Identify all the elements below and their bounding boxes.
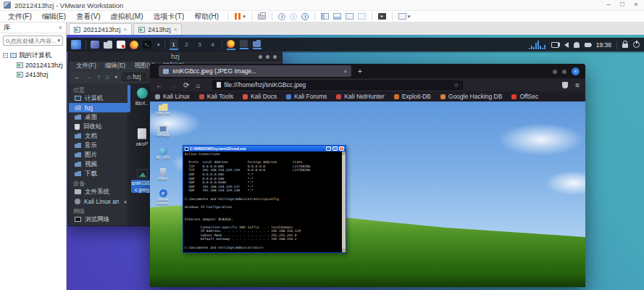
show-desktop-icon[interactable] [91,41,99,49]
kali-menu-icon[interactable] [71,40,81,49]
bookmark-kali-forums[interactable]: Kali Forums [286,93,327,100]
place-documents[interactable]: 文档 [69,131,130,141]
tree-my-computer[interactable]: − 我的计算机 [0,51,66,60]
internet-explorer-icon: e [159,189,167,197]
workspace-2[interactable]: 2 [183,39,191,50]
toolbar-separator [314,12,315,20]
taskbar-file-manager[interactable] [253,40,262,49]
place-music[interactable]: 音乐 [69,141,130,150]
place-home-hzj[interactable]: hzj [69,103,130,112]
power-icon[interactable] [633,41,640,48]
tree-expander-icon[interactable]: − [3,53,8,58]
place-pictures[interactable]: 图片 [69,150,130,160]
bookmark-kali-linux[interactable]: Kali Linux [155,93,190,100]
bookmark-kali-nethunter[interactable]: Kali NetHunter [336,93,384,100]
fm-menu-file[interactable]: 文件(F) [72,62,101,70]
tree-vm-20212413hzj[interactable]: 20212413hzj [0,60,66,70]
search-dropdown-icon[interactable]: ▾ [57,38,60,44]
firefox-minimize-button[interactable] [553,70,557,74]
home-icon[interactable]: ⌂ [196,81,200,89]
show-console-view-icon[interactable] [333,13,341,20]
device-filesystem[interactable]: 文件系统 [69,187,130,196]
firefox-tab[interactable]: sniKGBcc.jpeg (JPEG Image... × [159,65,351,77]
show-library-icon[interactable] [321,13,329,20]
fm-back-icon[interactable]: ← [74,73,80,80]
close-tab-icon[interactable]: × [343,68,347,75]
bookmark-kali-docs[interactable]: Kali Docs [243,93,277,100]
workspace-3[interactable]: 3 [196,39,204,50]
place-desktop[interactable]: 桌面 [69,112,130,122]
close-tab-icon[interactable]: × [174,26,177,33]
bookmark-offsec[interactable]: OffSec [511,93,538,100]
xp-icon-internet-explorer: e Internet Explorer [152,189,174,205]
close-library-icon[interactable]: × [59,24,62,31]
place-computer[interactable]: 计算机 [69,94,130,103]
stretch-guest-icon[interactable]: ▾ [398,13,411,20]
place-trash[interactable]: 回收站 [69,122,130,131]
new-tab-button[interactable]: + [358,67,362,75]
vm-tab-2413hzj[interactable]: 2413hzj × [133,23,182,35]
volume-tray-icon[interactable] [564,42,569,48]
extensions-icon[interactable] [562,82,568,88]
fm-home-icon[interactable]: ⌂ [106,73,109,80]
notifications-tray-icon[interactable] [574,42,580,48]
suspend-vm-button[interactable]: ▾ [234,13,246,20]
fullscreen-icon[interactable] [346,13,354,20]
terminal-launcher-icon[interactable]: >_ [143,41,151,49]
library-search[interactable]: ▾ [3,36,63,46]
fm-up-icon[interactable]: ↑ [97,73,101,80]
firefox-close-button[interactable]: × [572,67,580,75]
lock-screen-icon[interactable] [622,44,628,48]
forward-icon[interactable]: → [170,81,177,89]
text-editor-launcher-icon[interactable] [117,41,125,49]
fm-places-scrollbar[interactable] [127,83,130,225]
back-icon[interactable]: ← [156,81,163,89]
vm-tab-20212413hzj[interactable]: 20212413hzj × [69,23,132,35]
device-kali-iso[interactable]: Kali Linux am...▲ [69,196,130,206]
workspace-4[interactable]: 4 [209,39,217,50]
taskbar-firefox[interactable] [227,40,235,50]
url-text[interactable]: file:///home/hzj/sniKGBcc.jpeg [224,81,451,88]
hamburger-menu-icon[interactable]: ≡ [575,81,580,89]
minimize-button[interactable]: – [602,1,615,8]
revert-snapshot-icon[interactable] [290,13,297,20]
bookmark-exploit-db[interactable]: Exploit-DB [394,93,431,100]
menu-file[interactable]: 文件(F) [3,12,37,22]
place-videos[interactable]: 视频 [69,160,130,169]
place-downloads[interactable]: 下载 [69,169,130,178]
menu-view[interactable]: 查看(V) [71,12,105,22]
menu-edit[interactable]: 编辑(E) [37,12,71,22]
url-bar[interactable]: file:///home/hzj/sniKGBcc.jpeg ☆ [212,80,463,90]
take-snapshot-icon[interactable] [278,13,285,20]
taskbar-image-viewer[interactable] [240,40,248,49]
tree-vm-2413hzj[interactable]: 2413hzj [0,70,66,79]
menu-tabs[interactable]: 选项卡(T) [148,12,189,22]
close-tab-icon[interactable]: × [124,26,127,33]
battery-tray-icon[interactable] [585,43,591,47]
snapshot-manager-icon[interactable] [301,13,309,20]
file-manager-launcher-icon[interactable] [104,41,112,49]
search-input[interactable] [11,38,56,44]
send-ctrl-alt-del-icon[interactable] [258,14,266,20]
firefox-launcher-icon[interactable] [130,41,138,49]
bookmark-star-icon[interactable]: ☆ [453,82,459,88]
menu-vm[interactable]: 虚拟机(M) [105,12,148,22]
network-browse[interactable]: 浏览网络 [69,215,130,224]
bookmark-google-hacking-db[interactable]: Google Hacking DB [440,93,503,100]
bookmark-kali-tools[interactable]: Kali Tools [199,93,233,100]
menu-help[interactable]: 帮助(H) [189,12,224,22]
file-manager-window-buttons[interactable] [259,55,277,59]
panel-clock[interactable]: 19:36 [596,41,611,49]
fm-forward-icon[interactable]: → [85,73,92,80]
workspace-1[interactable]: 1 [170,39,178,50]
reload-icon[interactable]: ⟳ [183,81,189,89]
firefox-maximize-button[interactable] [562,70,566,74]
file-manager-titlebar[interactable]: hzj [69,51,282,62]
console-icon[interactable]: ▸ [378,13,386,20]
fm-menu-edit[interactable]: 编辑(E) [101,62,130,70]
unity-mode-icon[interactable] [358,13,366,20]
launcher-dropdown-icon[interactable]: ▾ [157,42,160,48]
close-button[interactable]: × [630,1,643,8]
maximize-button[interactable]: □ [616,1,629,8]
fm-path-button[interactable]: ⌂ hzj [122,72,146,81]
